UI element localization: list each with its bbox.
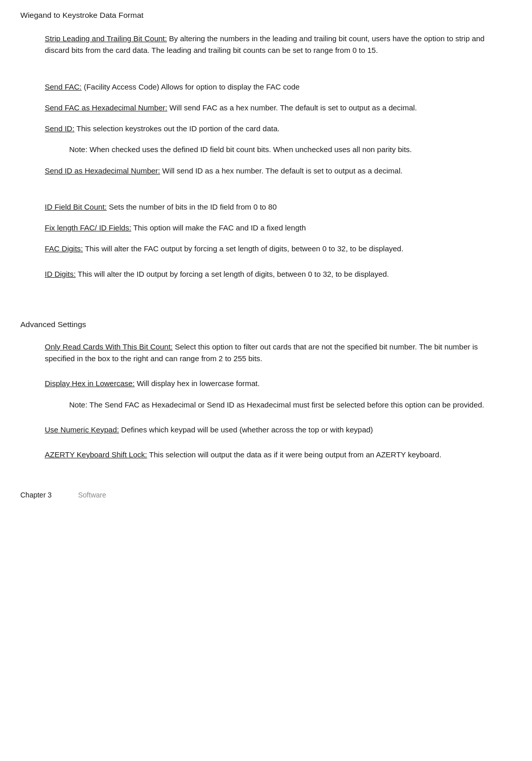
- id-digits-text: This will alter the ID output by forcing…: [76, 270, 389, 278]
- fix-length-term: Fix length FAC/ ID Fields:: [45, 223, 131, 232]
- use-numeric-text: Defines which keypad will be used (wheth…: [119, 425, 373, 434]
- send-id-hex-text: Will send ID as a hex number. The defaul…: [160, 166, 403, 175]
- send-id-note-section: Note: When checked uses the defined ID f…: [69, 143, 506, 155]
- id-field-bit-section: ID Field Bit Count: Sets the number of b…: [45, 201, 506, 213]
- fix-length-text: This option will make the FAC and ID a f…: [131, 223, 306, 232]
- use-numeric-term: Use Numeric Keypad:: [45, 425, 119, 434]
- azerty-para: AZERTY Keyboard Shift Lock: This selecti…: [45, 449, 506, 460]
- send-fac-term: Send FAC:: [45, 82, 82, 91]
- send-fac-hex-para: Send FAC as Hexadecimal Number: Will sen…: [45, 102, 506, 113]
- send-id-note-label: Note:: [69, 145, 87, 154]
- send-id-hex-section: Send ID as Hexadecimal Number: Will send…: [45, 165, 506, 177]
- strip-leading-term: Strip Leading and Trailing Bit Count:: [45, 34, 167, 43]
- id-field-bit-term: ID Field Bit Count:: [45, 202, 107, 211]
- fac-digits-section: FAC Digits: This will alter the FAC outp…: [45, 243, 506, 254]
- footer-software: Software: [78, 491, 106, 499]
- display-hex-para: Display Hex in Lowercase: Will display h…: [45, 377, 506, 389]
- display-hex-note-text: The Send FAC as Hexadecimal or Send ID a…: [87, 400, 484, 409]
- fix-length-section: Fix length FAC/ ID Fields: This option w…: [45, 222, 506, 233]
- advanced-settings-heading: Advanced Settings: [20, 318, 506, 331]
- send-fac-text: (Facility Access Code) Allows for option…: [82, 82, 300, 91]
- send-id-text: This selection keystrokes out the ID por…: [74, 124, 279, 133]
- display-hex-text: Will display hex in lowercase format.: [135, 379, 260, 388]
- use-numeric-section: Use Numeric Keypad: Defines which keypad…: [45, 424, 506, 435]
- send-id-term: Send ID:: [45, 124, 74, 133]
- id-digits-term: ID Digits:: [45, 270, 76, 278]
- send-id-hex-para: Send ID as Hexadecimal Number: Will send…: [45, 165, 506, 177]
- page-title: Wiegand to Keystroke Data Format: [20, 9, 506, 21]
- display-hex-note-section: Note: The Send FAC as Hexadecimal or Sen…: [69, 399, 506, 411]
- send-fac-hex-section: Send FAC as Hexadecimal Number: Will sen…: [45, 102, 506, 113]
- display-hex-term: Display Hex in Lowercase:: [45, 379, 135, 388]
- azerty-term: AZERTY Keyboard Shift Lock:: [45, 450, 147, 459]
- send-id-section: Send ID: This selection keystrokes out t…: [45, 123, 506, 134]
- footer-chapter: Chapter 3: [20, 491, 51, 499]
- display-hex-note-para: Note: The Send FAC as Hexadecimal or Sen…: [69, 399, 506, 411]
- send-fac-section: Send FAC: (Facility Access Code) Allows …: [45, 81, 506, 93]
- page-footer: Chapter 3 Software: [0, 491, 532, 499]
- id-digits-section: ID Digits: This will alter the ID output…: [45, 268, 506, 280]
- fix-length-para: Fix length FAC/ ID Fields: This option w…: [45, 222, 506, 233]
- send-id-para: Send ID: This selection keystrokes out t…: [45, 123, 506, 134]
- id-digits-para: ID Digits: This will alter the ID output…: [45, 268, 506, 280]
- fac-digits-term: FAC Digits:: [45, 244, 83, 253]
- display-hex-note-label: Note:: [69, 400, 87, 409]
- only-read-para: Only Read Cards With This Bit Count: Sel…: [45, 341, 506, 365]
- send-fac-hex-term: Send FAC as Hexadecimal Number:: [45, 103, 167, 112]
- send-fac-para: Send FAC: (Facility Access Code) Allows …: [45, 81, 506, 93]
- use-numeric-para: Use Numeric Keypad: Defines which keypad…: [45, 424, 506, 435]
- fac-digits-para: FAC Digits: This will alter the FAC outp…: [45, 243, 506, 254]
- send-id-note-para: Note: When checked uses the defined ID f…: [69, 143, 506, 155]
- azerty-text: This selection will output the data as i…: [147, 450, 441, 459]
- send-id-note-text: When checked uses the defined ID field b…: [87, 145, 412, 154]
- only-read-section: Only Read Cards With This Bit Count: Sel…: [45, 341, 506, 365]
- azerty-section: AZERTY Keyboard Shift Lock: This selecti…: [45, 449, 506, 460]
- id-field-bit-text: Sets the number of bits in the ID field …: [107, 202, 277, 211]
- send-id-hex-term: Send ID as Hexadecimal Number:: [45, 166, 160, 175]
- strip-leading-para: Strip Leading and Trailing Bit Count: By…: [45, 33, 506, 56]
- only-read-term: Only Read Cards With This Bit Count:: [45, 342, 172, 351]
- send-fac-hex-text: Will send FAC as a hex number. The defau…: [167, 103, 417, 112]
- strip-leading-section: Strip Leading and Trailing Bit Count: By…: [45, 33, 506, 56]
- page-container: Wiegand to Keystroke Data Format Strip L…: [0, 0, 532, 504]
- fac-digits-text: This will alter the FAC output by forcin…: [83, 244, 403, 253]
- display-hex-section: Display Hex in Lowercase: Will display h…: [45, 377, 506, 389]
- id-field-bit-para: ID Field Bit Count: Sets the number of b…: [45, 201, 506, 213]
